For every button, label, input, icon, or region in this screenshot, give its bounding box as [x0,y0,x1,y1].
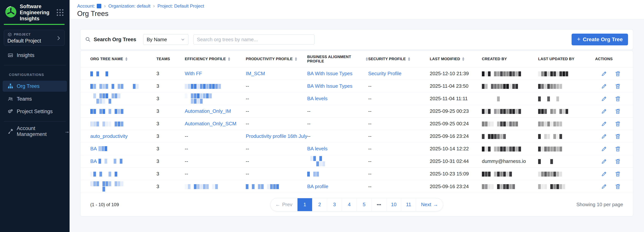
profile-link[interactable]: Automation_Only_IM [185,108,231,114]
pagination-page-1[interactable]: 1 [298,198,312,211]
selected-filter-value: By Name [147,37,167,42]
create-org-tree-button[interactable]: + Create Org Tree [572,34,628,45]
delete-button[interactable] [614,108,621,114]
table-row: 3With FFIM_SCMBA With Issue TypesSecurit… [80,67,633,80]
sidebar-item-project-settings[interactable]: Project Settings [0,106,70,117]
cell [538,121,595,127]
sort-icon[interactable] [295,57,297,61]
sort-icon[interactable] [125,57,128,61]
search-input[interactable] [193,34,314,44]
cell: -- [368,146,430,152]
col-header-business-alignment-profile[interactable]: BUSINESS ALIGNMENT PROFILE [307,55,368,63]
pagination-page-2[interactable]: 2 [312,198,327,211]
cell [185,83,246,89]
search-filter-select[interactable]: By Name [143,34,188,45]
edit-button[interactable] [601,121,607,127]
profile-link[interactable]: Productivity profile 16th July [246,133,307,139]
breadcrumb-project[interactable]: Project: Default Project [158,3,204,9]
delete-button[interactable] [614,171,621,177]
cell-value: 2025-09-16 23:24 [430,184,469,189]
col-header-productivity-profile[interactable]: PRODUCTIVITY PROFILE [246,57,307,61]
pagination-page-4[interactable]: 4 [342,198,357,211]
cell-value: 2025-11-04 23:50 [430,83,468,89]
pagination-page-10[interactable]: 10 [386,198,401,211]
sort-icon[interactable] [366,57,368,61]
sidebar-item-insights[interactable]: Insights [0,50,70,61]
sidebar-item-account-management[interactable]: Account Management → [0,126,70,137]
sort-icon[interactable] [462,57,464,61]
delete-button[interactable] [614,133,621,140]
cell: Security Profile [368,71,430,76]
sort-icon[interactable] [408,57,410,61]
breadcrumb-organization[interactable]: Organization: default [108,3,150,9]
project-selector[interactable]: PROJECT Default Project [4,30,65,46]
cell-value: -- [185,133,188,139]
redacted-value [90,93,121,104]
edit-button[interactable] [601,95,607,102]
cell [482,71,538,76]
profile-link[interactable]: With FF [185,71,202,76]
sidebar-nav: Insights CONFIGURATIONS Org Trees [0,50,70,137]
delete-button[interactable] [614,158,621,165]
org-tree-name-link[interactable]: BA [90,158,97,164]
delete-button[interactable] [614,146,621,152]
pagination-next[interactable]: Next→ [416,198,443,211]
pagination-page-3[interactable]: 3 [327,198,342,211]
cell-value: 2025-09-25 00:23 [430,108,469,114]
edit-button[interactable] [601,83,607,89]
sidebar-item-teams[interactable]: Teams [0,94,70,104]
edit-button[interactable] [601,70,607,77]
edit-button[interactable] [601,171,607,177]
cell-value: 3 [156,146,159,152]
cell-value: 3 [156,133,159,139]
profile-link[interactable]: Automation_Only_SCM [185,121,236,126]
cell: -- [307,133,368,139]
profile-link[interactable]: BA profile [307,184,328,189]
col-header-efficiency-profile[interactable]: EFFICIENCY PROFILE [185,57,246,61]
delete-button[interactable] [614,83,621,89]
cell-value: -- [368,96,372,101]
profile-link[interactable]: BA With Issue Types [307,83,352,89]
cell: 2025-10-23 15:09 [430,171,482,177]
sort-icon[interactable] [228,57,230,61]
cell: IM_SCM [246,71,307,76]
cell [90,83,156,89]
edit-button[interactable] [601,183,607,190]
delete-button[interactable] [614,95,621,102]
sidebar-item-label: Insights [17,52,34,58]
cell: -- [368,121,430,127]
sidebar-item-label: Project Settings [17,109,53,114]
edit-button[interactable] [601,133,607,140]
col-header-security-profile[interactable]: SECURITY PROFILE [368,57,430,61]
col-header-org-tree-name[interactable]: ORG TREE NAME [90,57,156,61]
edit-button[interactable] [601,108,607,114]
edit-button[interactable] [601,158,607,165]
org-tree-name-link[interactable]: BA [90,146,97,152]
col-header-last-modified[interactable]: LAST MODIFIED [430,57,482,61]
delete-button[interactable] [614,121,621,127]
profile-link[interactable]: BA levels [307,146,328,152]
edit-button[interactable] [601,146,607,152]
pagination-page-5[interactable]: 5 [357,198,372,211]
profile-link[interactable]: BA levels [307,96,328,101]
delete-button[interactable] [614,183,621,190]
pagination-ellipsis[interactable]: ••• [372,198,386,211]
sidebar-item-org-trees[interactable]: Org Trees [3,81,67,92]
org-tree-name-link[interactable]: auto_productivity [90,133,128,139]
cell [482,121,538,127]
pagination-prev[interactable]: ←Prev [270,198,298,211]
cell: 3 [156,171,185,177]
module-grid-icon[interactable] [56,8,65,17]
delete-button[interactable] [614,70,621,77]
col-header-actions: ACTIONS [595,57,629,61]
profile-link[interactable]: BA With Issue Types [307,71,352,76]
cell: -- [246,83,307,89]
table-row: auto_productivity3--Productivity profile… [80,130,633,143]
table-row: 3Automation_Only_IM------2025-09-25 00:2… [80,105,633,118]
profile-link[interactable]: IM_SCM [246,71,265,76]
cell: 2025-09-25 00:24 [430,121,482,127]
profile-link[interactable]: Security Profile [368,71,402,76]
app-root: Software Engineering Insights PROJECT De… [0,0,644,232]
breadcrumb-account[interactable]: Account: [77,3,101,9]
pagination-page-11[interactable]: 11 [401,198,416,211]
